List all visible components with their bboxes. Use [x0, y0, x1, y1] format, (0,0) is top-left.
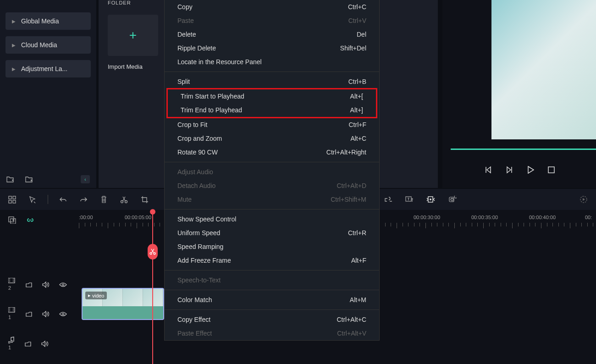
crop-button[interactable] [141, 196, 149, 204]
mute-icon[interactable] [42, 281, 49, 288]
chevron-right-icon: ▶ [12, 66, 16, 72]
menu-label: Add Freeze Frame [177, 257, 231, 264]
menu-shortcut: Ctrl+Alt+C [337, 316, 366, 323]
menu-item-ripple-delete[interactable]: Ripple DeleteShift+Del [165, 41, 379, 55]
menu-item-locate-in-the-resource-panel[interactable]: Locate in the Resource Panel [165, 55, 379, 69]
menu-label: Trim End to Playhead [181, 106, 242, 114]
menu-label: Adjust Audio [177, 168, 213, 176]
timeline-clip[interactable]: ▸ video [82, 288, 164, 320]
sidebar-footer: ‹ [0, 171, 96, 188]
menu-item-crop-to-fit[interactable]: Crop to FitCtrl+F [165, 118, 379, 132]
mute-icon[interactable] [41, 341, 48, 347]
prev-frame-button[interactable] [484, 166, 492, 174]
menu-shortcut: Ctrl+F [349, 121, 367, 128]
visibility-icon[interactable] [59, 282, 67, 287]
menu-item-delete[interactable]: DeleteDel [165, 28, 379, 41]
menu-label: Paste Effect [177, 330, 212, 337]
ruler-tick: 00:00:35:00 [471, 215, 498, 220]
menu-item-speed-ramping[interactable]: Speed Ramping [165, 240, 379, 254]
menu-item-copy[interactable]: CopyCtrl+C [165, 0, 379, 14]
sync-tool-icon[interactable]: ? [448, 196, 457, 203]
chevron-right-icon: ▶ [12, 43, 16, 48]
collapse-sidebar-button[interactable]: ‹ [81, 175, 90, 183]
menu-label: Crop and Zoom [177, 135, 222, 142]
split-button[interactable] [120, 196, 128, 204]
svg-point-9 [430, 199, 431, 200]
menu-label: Show Speed Control [177, 215, 236, 223]
audio-tool-icon[interactable] [384, 196, 392, 203]
menu-label: Copy [177, 3, 193, 11]
plus-icon: + [129, 28, 137, 43]
ruler-tick: 00:00:40:00 [529, 215, 556, 220]
menu-item-mute: MuteCtrl+Shift+M [165, 193, 379, 206]
menu-shortcut: Ctrl+C [348, 3, 366, 11]
audio-track-icon: 1 [8, 336, 15, 351]
svg-rect-1 [9, 196, 11, 199]
lock-icon[interactable] [26, 281, 32, 287]
menu-label: Color Match [177, 296, 212, 303]
record-tool-icon[interactable] [426, 196, 436, 203]
menu-label: Split [177, 78, 190, 85]
cursor-icon[interactable] [29, 196, 37, 204]
lock-icon[interactable] [26, 311, 32, 317]
menu-item-trim-end-to-playhead[interactable]: Trim End to PlayheadAlt+] [168, 103, 376, 117]
menu-shortcut: Ctrl+Alt+V [337, 330, 366, 337]
menu-item-rotate-90-cw[interactable]: Rotate 90 CWCtrl+Alt+Right [165, 145, 379, 159]
render-button[interactable] [579, 195, 588, 204]
menu-item-add-freeze-frame[interactable]: Add Freeze FrameAlt+F [165, 254, 379, 267]
playhead[interactable] [152, 210, 153, 364]
chevron-right-icon: ▶ [12, 19, 16, 24]
svg-point-6 [125, 200, 127, 203]
svg-point-5 [121, 200, 123, 203]
add-track-button[interactable] [8, 216, 16, 224]
menu-shortcut: Ctrl+V [348, 17, 366, 24]
apps-icon[interactable] [8, 196, 16, 204]
menu-label: Mute [177, 196, 192, 203]
ruler-tick: 00: [585, 215, 592, 220]
menu-item-color-match[interactable]: Color MatchAlt+M [165, 293, 379, 307]
menu-item-uniform-speed[interactable]: Uniform SpeedCtrl+R [165, 226, 379, 240]
ruler-tick: 00:00:05:00 [125, 215, 151, 220]
text-tool-icon[interactable] [405, 196, 414, 203]
scissors-icon[interactable] [148, 244, 158, 259]
menu-label: Rotate 90 CW [177, 149, 218, 156]
redo-button[interactable] [80, 196, 88, 203]
ruler-tick: :00:00 [79, 215, 93, 220]
undo-button[interactable] [59, 196, 67, 203]
lock-icon[interactable] [25, 341, 31, 347]
folder-add-icon[interactable] [6, 176, 14, 183]
preview-progress-bar[interactable] [451, 149, 596, 150]
menu-item-split[interactable]: SplitCtrl+B [165, 75, 379, 88]
preview-controls [442, 166, 596, 174]
preview-video[interactable] [491, 0, 596, 139]
link-toggle-button[interactable] [26, 216, 34, 224]
menu-item-crop-and-zoom[interactable]: Crop and ZoomAlt+C [165, 132, 379, 145]
stop-button[interactable] [548, 166, 555, 173]
menu-label: Ripple Delete [177, 44, 216, 52]
ruler-tick: 00:00:30:00 [414, 215, 440, 220]
menu-label: Crop to Fit [177, 121, 207, 128]
menu-label: Speed Ramping [177, 243, 223, 250]
svg-rect-3 [9, 200, 11, 203]
sep [48, 195, 48, 204]
delete-button[interactable] [100, 196, 107, 203]
visibility-icon[interactable] [59, 311, 67, 317]
next-frame-button[interactable] [506, 166, 513, 174]
folder-remove-icon[interactable] [25, 176, 33, 183]
sidebar-item-global-media[interactable]: ▶ Global Media [6, 12, 91, 30]
menu-shortcut: Ctrl+Shift+M [331, 196, 366, 203]
menu-item-trim-start-to-playhead[interactable]: Trim Start to PlayheadAlt+[ [168, 89, 376, 103]
svg-point-16 [62, 284, 64, 286]
sidebar-item-cloud-media[interactable]: ▶ Cloud Media [6, 36, 91, 54]
menu-shortcut: Alt+] [350, 106, 363, 114]
import-media-button[interactable]: + [108, 15, 158, 56]
menu-item-paste-effect: Paste EffectCtrl+Alt+V [165, 326, 379, 340]
menu-item-detach-audio: Detach AudioCtrl+Alt+D [165, 179, 379, 193]
menu-label: Delete [177, 31, 196, 38]
menu-item-copy-effect[interactable]: Copy EffectCtrl+Alt+C [165, 313, 379, 326]
sidebar-item-adjustment-layer[interactable]: ▶ Adjustment La... [6, 60, 91, 77]
menu-item-speech-to-text: Speech-to-Text [165, 273, 379, 287]
mute-icon[interactable] [42, 311, 49, 317]
menu-item-show-speed-control[interactable]: Show Speed Control [165, 212, 379, 226]
play-button[interactable] [527, 166, 534, 174]
